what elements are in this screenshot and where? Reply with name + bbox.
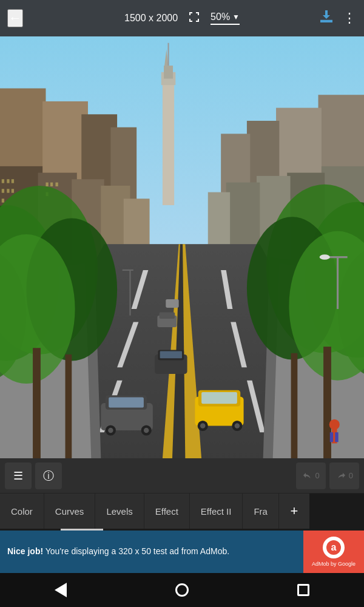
svg-rect-32 xyxy=(12,189,14,192)
svg-rect-31 xyxy=(7,189,9,192)
nav-recents-button[interactable] xyxy=(297,584,309,596)
ad-text-area: Nice job! You're displaying a 320 x 50 t… xyxy=(0,541,303,563)
toolbar-row1: ☰ ⓘ 0 0 xyxy=(0,458,364,493)
back-button[interactable]: ← xyxy=(7,9,23,27)
zoom-level: 50% xyxy=(211,12,230,22)
svg-rect-2 xyxy=(163,75,174,205)
filter-toolbar-wrapper: Color Curves Levels Effect Effect II Fra… xyxy=(0,493,364,531)
toolbar-undo-redo: 0 0 xyxy=(296,463,359,489)
tab-effect2[interactable]: Effect II xyxy=(190,493,243,529)
menu-button[interactable]: ☰ xyxy=(5,463,32,489)
svg-rect-27 xyxy=(7,179,9,183)
city-image xyxy=(0,36,364,458)
ad-text: Nice job! You're displaying a 320 x 50 t… xyxy=(7,546,229,556)
svg-rect-92 xyxy=(330,432,333,442)
svg-point-90 xyxy=(329,419,340,430)
svg-text:a: a xyxy=(331,542,337,552)
toolbar-left-buttons: ☰ ⓘ xyxy=(5,463,62,489)
svg-point-81 xyxy=(108,428,113,433)
svg-point-83 xyxy=(144,428,149,433)
tab-indicator xyxy=(61,529,103,531)
ad-logo[interactable]: a AdMob by Google xyxy=(303,531,364,573)
tab-levels[interactable]: Levels xyxy=(95,493,144,529)
admob-logo-icon: a xyxy=(323,537,345,558)
svg-rect-88 xyxy=(160,312,175,319)
svg-rect-66 xyxy=(291,353,298,458)
ad-text-regular: You're displaying a 320 x 50 test ad fro… xyxy=(43,546,229,556)
svg-rect-72 xyxy=(201,392,237,404)
svg-rect-4 xyxy=(164,66,173,78)
info-button[interactable]: ⓘ xyxy=(35,463,62,489)
nav-recents-icon xyxy=(297,584,309,596)
zoom-dropdown-icon: ▼ xyxy=(232,13,240,21)
svg-point-74 xyxy=(200,423,206,429)
nav-bar xyxy=(0,573,364,607)
undo-button[interactable]: 0 xyxy=(296,463,326,489)
filter-tabs: Color Curves Levels Effect Effect II Fra xyxy=(0,493,279,529)
svg-rect-59 xyxy=(66,354,72,458)
top-bar: ← 1500 x 2000 50% ▼ ⋮ xyxy=(0,0,364,36)
nav-home-icon xyxy=(175,583,189,597)
fullscreen-icon[interactable] xyxy=(187,10,201,27)
ad-text-bold: Nice job! xyxy=(7,546,43,556)
redo-button[interactable]: 0 xyxy=(329,463,359,489)
svg-rect-30 xyxy=(2,189,4,192)
svg-rect-34 xyxy=(2,198,4,202)
add-filter-button[interactable]: + xyxy=(279,493,309,529)
svg-rect-93 xyxy=(335,432,338,442)
svg-rect-37 xyxy=(56,183,58,186)
tab-color[interactable]: Color xyxy=(0,493,44,529)
nav-back-icon xyxy=(55,583,67,597)
download-button[interactable] xyxy=(318,8,334,28)
tab-curves[interactable]: Curves xyxy=(44,493,96,529)
nav-back-button[interactable] xyxy=(55,583,67,597)
svg-point-76 xyxy=(235,423,240,429)
undo-count: 0 xyxy=(315,471,320,480)
svg-rect-89 xyxy=(166,299,178,308)
svg-rect-36 xyxy=(50,183,53,186)
redo-count: 0 xyxy=(349,471,353,480)
svg-rect-86 xyxy=(160,351,182,359)
filter-tabs-row: Color Curves Levels Effect Effect II Fra… xyxy=(0,493,364,529)
admob-logo-text: AdMob by Google xyxy=(312,561,356,567)
ad-banner[interactable]: Nice job! You're displaying a 320 x 50 t… xyxy=(0,531,364,573)
more-options-button[interactable]: ⋮ xyxy=(343,10,357,26)
svg-point-69 xyxy=(320,254,330,260)
svg-rect-35 xyxy=(46,183,48,186)
tab-fra[interactable]: Fra xyxy=(243,493,279,529)
svg-rect-79 xyxy=(109,397,144,407)
tab-effect[interactable]: Effect xyxy=(144,493,190,529)
image-dimensions: 1500 x 2000 xyxy=(124,13,178,24)
svg-rect-26 xyxy=(2,179,4,183)
nav-home-button[interactable] xyxy=(175,583,189,597)
image-area xyxy=(0,36,364,458)
zoom-control[interactable]: 50% ▼ xyxy=(211,12,240,25)
svg-rect-28 xyxy=(12,179,14,183)
svg-rect-58 xyxy=(33,348,41,458)
